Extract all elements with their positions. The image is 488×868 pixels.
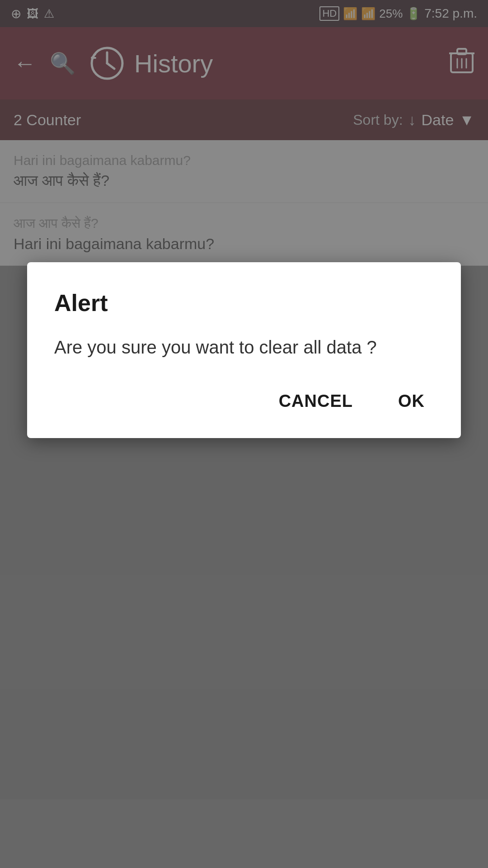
alert-buttons: CANCEL OK (54, 387, 434, 415)
alert-dialog: Alert Are you sure you want to clear all… (27, 262, 461, 438)
alert-message: Are you sure you want to clear all data … (54, 335, 434, 360)
alert-title: Alert (54, 289, 434, 316)
cancel-button[interactable]: CANCEL (270, 387, 362, 415)
ok-button[interactable]: OK (389, 387, 434, 415)
